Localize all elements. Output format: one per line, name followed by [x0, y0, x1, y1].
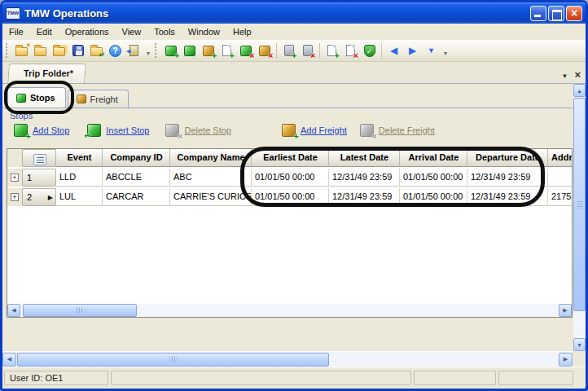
copy-trip-icon[interactable]	[50, 42, 68, 59]
tab-stops-label: Stops	[30, 93, 55, 103]
title-bar: TMW TMW Operations	[2, 2, 586, 24]
tab-close-icon[interactable]	[574, 67, 581, 81]
header-company-id[interactable]: Company ID	[103, 149, 170, 167]
toolbar-separator	[276, 43, 277, 59]
menu-operations[interactable]: Operations	[59, 25, 116, 38]
help-icon[interactable]: ?	[106, 42, 125, 59]
add-freight-toolbar-icon[interactable]	[199, 42, 217, 59]
row1-earliest-date[interactable]: 01/01/50 00:00	[252, 169, 329, 187]
expand-plus-icon[interactable]	[11, 174, 19, 182]
scroll-down-icon[interactable]: ▼	[573, 338, 586, 351]
header-address[interactable]: Addr	[548, 149, 572, 167]
row1-event[interactable]: LLD	[56, 169, 103, 187]
nav-dropdown-icon[interactable]: ▼	[422, 42, 441, 59]
assign-document-icon[interactable]	[323, 42, 341, 59]
menu-edit[interactable]: Edit	[30, 25, 59, 38]
tab-trip-folder[interactable]: Trip Folder*	[7, 64, 86, 83]
row2-expander-cell[interactable]	[7, 188, 22, 206]
row2-earliest-date[interactable]: 01/01/50 00:00	[252, 188, 329, 206]
delete-stop-icon	[165, 124, 179, 137]
toolbar-grip[interactable]	[155, 43, 159, 58]
row2-address[interactable]: 21751	[548, 188, 572, 206]
row2-company-id[interactable]: CARCAR	[103, 188, 170, 206]
column-chooser-icon[interactable]	[33, 154, 46, 165]
scroll-left-icon[interactable]: ◀	[7, 304, 20, 317]
stop-cube-toolbar-icon[interactable]	[180, 42, 199, 59]
forward-icon[interactable]: ▶	[403, 42, 422, 59]
header-rownum-cell[interactable]	[22, 149, 56, 167]
menu-help[interactable]: Help	[226, 25, 258, 38]
header-event[interactable]: Event	[56, 149, 103, 167]
new-freight-doc-icon[interactable]	[217, 42, 236, 59]
tab-list-dropdown-icon[interactable]	[561, 67, 568, 81]
maximize-button[interactable]	[548, 6, 564, 21]
row1-company-name[interactable]: ABC	[170, 169, 252, 187]
row2-departure-date[interactable]: 12/31/49 23:59	[467, 188, 548, 206]
row1-departure-date[interactable]: 12/31/49 23:59	[467, 169, 548, 187]
minimize-button[interactable]	[530, 6, 546, 21]
export-folder-icon[interactable]	[87, 42, 106, 59]
delete-stop-toolbar-icon[interactable]	[236, 42, 255, 59]
tab-stops[interactable]: Stops	[7, 87, 66, 108]
toolbar-grip[interactable]	[6, 43, 10, 58]
row1-company-id[interactable]: ABCCLE	[103, 169, 170, 187]
menu-view[interactable]: View	[116, 25, 148, 38]
exit-icon[interactable]	[125, 42, 143, 59]
delete-freight-link[interactable]: Delete Freight	[360, 124, 435, 137]
insert-stop-link[interactable]: Insert Stop	[87, 124, 149, 137]
scroll-up-icon[interactable]: ▲	[573, 84, 586, 97]
row2-arrival-date[interactable]: 01/01/50 00:00	[400, 188, 467, 206]
validate-shield-icon[interactable]: ✓	[360, 42, 379, 59]
status-panel	[111, 371, 411, 385]
add-stop-link[interactable]: Add Stop	[14, 124, 69, 137]
new-trip-folder-icon[interactable]	[12, 42, 31, 59]
vertical-scrollbar[interactable]: ▲ ▼	[573, 84, 586, 351]
scroll-left-icon[interactable]: ◀	[2, 353, 16, 367]
header-latest-date[interactable]: Latest Date	[329, 149, 400, 167]
delete-stop-link[interactable]: Delete Stop	[165, 124, 230, 137]
header-arrival-date[interactable]: Arrival Date	[400, 149, 467, 167]
add-stop-toolbar-icon[interactable]	[161, 42, 180, 59]
expand-plus-icon[interactable]	[11, 193, 19, 201]
resize-grip-icon[interactable]	[581, 384, 583, 385]
grid-row-2[interactable]: 2 LUL CARCAR CARRIE'S CURIOSI.. 01/01/50…	[7, 188, 572, 206]
row1-number-cell[interactable]: 1	[22, 169, 56, 187]
scroll-right-icon[interactable]: ▶	[559, 304, 572, 317]
scroll-right-icon[interactable]: ▶	[559, 353, 573, 367]
remove-resource-icon[interactable]	[298, 42, 317, 59]
row2-company-name[interactable]: CARRIE'S CURIOSI..	[170, 188, 252, 206]
vscroll-thumb[interactable]	[573, 98, 586, 311]
grid-empty-area	[7, 206, 572, 279]
row2-number-cell[interactable]: 2	[22, 188, 56, 206]
header-departure-date[interactable]: Departure Date	[467, 149, 548, 167]
grid-row-1[interactable]: 1 LLD ABCCLE ABC 01/01/50 00:00 12/31/49…	[7, 169, 572, 187]
open-trip-folder-icon[interactable]	[31, 42, 50, 59]
toolbar: ? ▾ ✓ ◀ ▶ ▼ ▾	[2, 40, 586, 62]
row1-address[interactable]	[548, 169, 572, 187]
unassign-document-icon[interactable]	[341, 42, 360, 59]
row2-latest-date[interactable]: 12/31/49 23:59	[329, 188, 400, 206]
row1-arrival-date[interactable]: 01/01/50 00:00	[400, 169, 467, 187]
page-horizontal-scrollbar[interactable]: ◀ ▶	[2, 351, 573, 367]
insert-stop-label: Insert Stop	[106, 125, 149, 135]
menu-tools[interactable]: Tools	[147, 25, 182, 38]
row1-expander-cell[interactable]	[7, 169, 22, 187]
save-icon[interactable]	[68, 42, 87, 59]
menu-window[interactable]: Window	[182, 25, 226, 38]
close-button[interactable]	[566, 6, 582, 21]
add-freight-link[interactable]: Add Freight	[282, 124, 347, 137]
delete-freight-toolbar-icon[interactable]	[255, 42, 274, 59]
menu-file[interactable]: File	[2, 25, 30, 38]
header-earliest-date[interactable]: Earliest Date	[252, 149, 329, 167]
grid-hscroll-thumb[interactable]	[23, 304, 137, 317]
add-resource-icon[interactable]	[279, 42, 298, 59]
page-hscroll-thumb[interactable]	[17, 353, 329, 367]
grid-horizontal-scrollbar[interactable]: ◀ ▶	[7, 304, 572, 317]
toolbar-overflow-icon[interactable]: ▾	[143, 42, 153, 59]
toolbar-overflow-icon[interactable]: ▾	[441, 42, 450, 59]
back-icon[interactable]: ◀	[384, 42, 403, 59]
row2-event[interactable]: LUL	[56, 188, 103, 206]
row1-latest-date[interactable]: 12/31/49 23:59	[329, 169, 400, 187]
header-company-name[interactable]: Company Name	[170, 149, 252, 167]
tab-freight[interactable]: Freight	[68, 90, 129, 108]
